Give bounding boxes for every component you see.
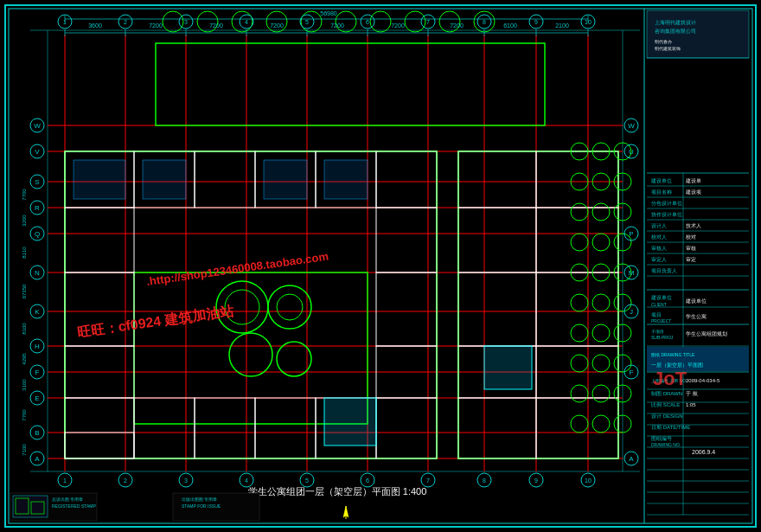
svg-text:4: 4 <box>245 478 248 484</box>
svg-text:建设项: 建设项 <box>685 189 701 195</box>
svg-text:2100: 2100 <box>555 22 569 29</box>
svg-text:分包设计单位: 分包设计单位 <box>651 201 682 206</box>
blueprint-svg: 3600 7200 7200 7200 7200 7200 7200 6100 … <box>0 0 761 532</box>
svg-text:SUB-PROJ: SUB-PROJ <box>651 335 674 340</box>
svg-text:10: 10 <box>585 478 592 484</box>
svg-text:上海明代建筑设计: 上海明代建筑设计 <box>655 20 696 25</box>
svg-text:JoT: JoT <box>653 368 687 389</box>
svg-text:4: 4 <box>245 19 248 25</box>
svg-text:B: B <box>35 429 39 437</box>
svg-text:设计 DESIGN: 设计 DESIGN <box>651 413 683 419</box>
svg-text:V: V <box>35 148 40 156</box>
svg-text:建设单位: 建设单位 <box>650 295 672 300</box>
svg-text:7200: 7200 <box>149 22 163 29</box>
svg-rect-66 <box>324 160 368 199</box>
svg-text:明代建筑装饰: 明代建筑装饰 <box>655 46 681 51</box>
svg-text:总设出图 专用章: 总设出图 专用章 <box>51 497 83 502</box>
svg-text:6100: 6100 <box>503 22 517 29</box>
svg-text:明代春办: 明代春办 <box>655 39 672 44</box>
svg-text:Q: Q <box>35 230 40 238</box>
svg-text:学生公寓: 学生公寓 <box>686 313 707 319</box>
svg-text:7200: 7200 <box>450 22 464 29</box>
svg-text:2: 2 <box>124 478 127 484</box>
svg-text:2009-04-034-5: 2009-04-034-5 <box>686 378 720 383</box>
svg-text:S: S <box>35 178 39 186</box>
svg-text:67350: 67350 <box>22 284 27 298</box>
svg-text:8110: 8110 <box>22 247 27 259</box>
svg-text:4295: 4295 <box>22 353 27 365</box>
svg-text:咨询集团有限公司: 咨询集团有限公司 <box>655 29 696 34</box>
svg-text:日期 DATE/TIME: 日期 DATE/TIME <box>651 425 690 430</box>
svg-text:F: F <box>630 369 634 376</box>
svg-rect-113 <box>324 398 376 445</box>
svg-text:建设单位: 建设单位 <box>650 178 672 183</box>
svg-text:CLIENT: CLIENT <box>651 302 667 307</box>
svg-text:项目负责人: 项目负责人 <box>651 268 677 274</box>
svg-text:REGISTERED STAMP: REGISTERED STAMP <box>52 503 96 509</box>
svg-text:7200: 7200 <box>270 22 284 29</box>
svg-text:6: 6 <box>366 19 369 25</box>
svg-text:协作设计单位: 协作设计单位 <box>651 212 682 217</box>
svg-text:8100: 8100 <box>22 323 27 335</box>
svg-text:制图 DRAWN: 制图 DRAWN <box>651 391 682 396</box>
svg-text:W: W <box>628 122 635 130</box>
svg-text:建设单位: 建设单位 <box>685 298 707 304</box>
svg-text:E: E <box>35 394 39 402</box>
svg-text:N: N <box>35 269 40 277</box>
svg-text:学生公寓组团规划: 学生公寓组团规划 <box>686 330 727 337</box>
svg-text:H: H <box>35 343 40 350</box>
svg-text:图纸编号: 图纸编号 <box>651 435 672 441</box>
svg-text:R: R <box>35 204 40 212</box>
svg-text:8: 8 <box>483 19 486 25</box>
svg-text:7: 7 <box>426 478 430 484</box>
svg-text:A: A <box>35 455 40 463</box>
svg-text:1: 1 <box>63 478 67 484</box>
svg-text:F: F <box>35 369 40 376</box>
svg-text:1:05: 1:05 <box>686 402 696 407</box>
svg-text:3600: 3600 <box>88 22 102 29</box>
svg-text:项目: 项目 <box>651 312 662 317</box>
svg-text:设计人: 设计人 <box>651 223 667 228</box>
svg-text:7200: 7200 <box>330 22 344 29</box>
svg-text:9: 9 <box>534 478 538 484</box>
svg-text:7700: 7700 <box>22 409 27 421</box>
svg-text:出版出图图 专用章: 出版出图图 专用章 <box>182 497 217 502</box>
svg-text:8: 8 <box>483 478 486 484</box>
svg-text:STAMP FOR ISSUE: STAMP FOR ISSUE <box>182 503 221 509</box>
svg-text:2: 2 <box>124 19 127 25</box>
svg-text:项目名称: 项目名称 <box>651 189 672 195</box>
svg-text:5: 5 <box>305 19 309 25</box>
svg-text:审核人: 审核人 <box>651 245 667 251</box>
svg-text:学生公寓组团一层（架空层）平面图  1:400: 学生公寓组团一层（架空层）平面图 1:400 <box>248 486 427 497</box>
svg-text:审定人: 审定人 <box>651 256 667 262</box>
svg-text:5: 5 <box>305 478 309 484</box>
svg-text:6: 6 <box>366 478 369 484</box>
svg-text:M: M <box>629 269 635 277</box>
svg-text:子项目: 子项目 <box>651 329 664 334</box>
svg-rect-65 <box>264 160 307 199</box>
svg-text:2006.9.4: 2006.9.4 <box>692 449 715 455</box>
svg-text:56980: 56980 <box>320 10 337 16</box>
svg-text:建设单: 建设单 <box>685 178 701 183</box>
svg-text:审定: 审定 <box>686 256 696 262</box>
svg-text:3: 3 <box>184 19 188 25</box>
svg-text:J: J <box>630 308 633 316</box>
svg-text:比例 SCALE: 比例 SCALE <box>651 402 680 407</box>
main-container: 3600 7200 7200 7200 7200 7200 7200 6100 … <box>0 0 761 532</box>
svg-text:10: 10 <box>585 19 592 25</box>
svg-text:A: A <box>629 455 634 463</box>
svg-text:9: 9 <box>534 19 538 25</box>
svg-text:校对: 校对 <box>685 234 696 240</box>
svg-text:7700: 7700 <box>22 189 27 201</box>
svg-text:3100: 3100 <box>22 379 27 391</box>
svg-text:U: U <box>629 148 634 156</box>
svg-text:技术人: 技术人 <box>685 223 701 228</box>
svg-text:于 航: 于 航 <box>686 390 698 396</box>
svg-rect-0 <box>0 0 761 532</box>
svg-text:1: 1 <box>63 19 67 25</box>
svg-text:7100: 7100 <box>22 444 27 456</box>
svg-text:DRAWING NO.: DRAWING NO. <box>651 442 681 447</box>
svg-text:3200: 3200 <box>22 215 27 227</box>
svg-text:图纸 DRAWING TITLE: 图纸 DRAWING TITLE <box>651 352 695 357</box>
svg-text:K: K <box>35 308 40 316</box>
